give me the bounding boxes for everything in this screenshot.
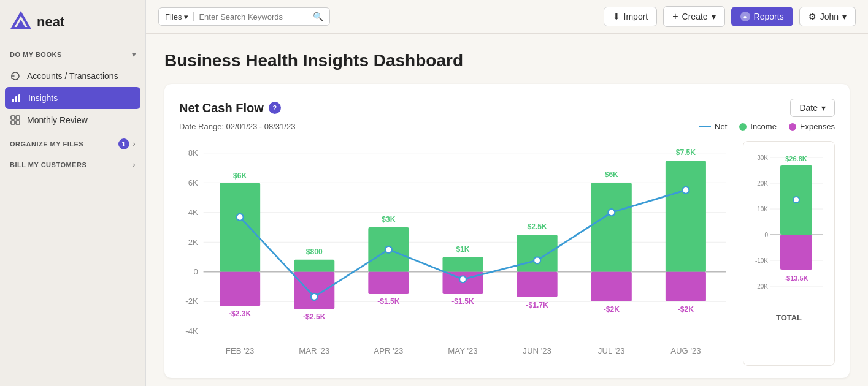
import-button[interactable]: ⬇ Import	[604, 7, 658, 26]
total-chart-svg: 30K 20K 10K 0 -10K -20K	[750, 149, 829, 308]
svg-rect-4	[18, 94, 20, 102]
svg-text:0: 0	[194, 267, 198, 276]
do-my-books-section[interactable]: DO MY BOOKS ▾	[0, 44, 145, 65]
refresh-icon	[10, 70, 21, 81]
svg-text:30K: 30K	[757, 154, 768, 161]
import-icon: ⬇	[613, 12, 620, 21]
bar-apr-expense	[368, 272, 409, 294]
reports-button[interactable]: ● Reports	[731, 7, 793, 26]
bar-aug-income	[666, 161, 706, 272]
organize-files-section[interactable]: ORGANIZE MY FILES 1 ›	[0, 131, 145, 153]
page-title: Business Health Insights Dashboard	[164, 51, 850, 70]
chart-header: Net Cash Flow ? Date ▾	[179, 99, 835, 117]
main-content: Files ▾ 🔍 ⬇ Import + Create ▾ ● Reports …	[146, 0, 868, 386]
search-input[interactable]	[199, 12, 308, 21]
legend: Net Income Expenses	[699, 122, 835, 131]
svg-text:FEB '23: FEB '23	[226, 346, 255, 355]
svg-text:-10K: -10K	[755, 257, 768, 264]
svg-rect-2	[12, 99, 14, 102]
bar-jun-expense	[517, 272, 558, 297]
logo-area: neat	[0, 0, 145, 44]
bar-jul-income	[591, 183, 632, 271]
expenses-legend-label: Expenses	[800, 122, 835, 131]
bar-aug-expense	[666, 272, 706, 301]
svg-text:4K: 4K	[188, 208, 198, 217]
search-type-dropdown[interactable]: Files ▾	[165, 12, 194, 21]
bar-feb-expense	[220, 272, 260, 306]
svg-text:JUN '23: JUN '23	[523, 346, 551, 355]
user-label: John	[820, 12, 839, 21]
svg-text:6K: 6K	[188, 178, 198, 187]
svg-rect-5	[11, 116, 15, 119]
date-chevron: ▾	[821, 103, 826, 113]
chart-body: 8K 6K 4K 2K 0 -2K -4K	[179, 141, 835, 366]
svg-text:-$1.7K: -$1.7K	[526, 301, 548, 309]
svg-text:$26.8K: $26.8K	[785, 155, 807, 162]
chart-main: 8K 6K 4K 2K 0 -2K -4K	[179, 141, 733, 366]
svg-text:-$2.3K: -$2.3K	[229, 309, 252, 318]
sidebar-item-insights[interactable]: Insights	[5, 87, 140, 109]
topbar: Files ▾ 🔍 ⬇ Import + Create ▾ ● Reports …	[146, 0, 868, 34]
chart-meta: Date Range: 02/01/23 - 08/31/23 Net Inco…	[179, 122, 835, 131]
net-dot-mar	[311, 293, 318, 300]
svg-text:$1K: $1K	[456, 245, 469, 254]
bill-label: BILL MY CUSTOMERS	[10, 161, 86, 168]
accounts-transactions-label: Accounts / Transactions	[27, 71, 118, 81]
svg-rect-8	[16, 121, 20, 124]
date-btn-label: Date	[799, 103, 818, 113]
svg-text:-$13.5K: -$13.5K	[784, 274, 808, 282]
organize-badge: 1	[118, 138, 129, 149]
svg-text:$800: $800	[306, 248, 323, 256]
organize-chevron: ›	[133, 140, 136, 148]
net-dot-feb	[237, 214, 244, 221]
total-panel: 30K 20K 10K 0 -10K -20K	[743, 141, 835, 366]
create-label: Create	[682, 12, 708, 21]
settings-icon: ⚙	[808, 12, 816, 21]
total-expense-bar	[780, 235, 812, 270]
svg-text:$3K: $3K	[382, 215, 395, 224]
search-dropdown-chevron: ▾	[184, 12, 188, 21]
bar-mar-income	[294, 260, 334, 272]
neat-logo	[10, 11, 32, 33]
help-icon[interactable]: ?	[269, 102, 281, 114]
svg-rect-7	[11, 121, 15, 124]
bill-chevron: ›	[133, 161, 136, 169]
do-my-books-chevron: ▾	[132, 50, 136, 59]
search-container: Files ▾ 🔍	[158, 7, 330, 26]
total-net-dot	[793, 197, 799, 203]
create-button[interactable]: + Create ▾	[663, 6, 724, 27]
chart-title-area: Net Cash Flow ?	[179, 101, 281, 115]
svg-rect-3	[15, 96, 17, 102]
monthly-review-label: Monthly Review	[27, 115, 88, 125]
net-dot-apr	[385, 246, 392, 253]
svg-text:-$1.5K: -$1.5K	[377, 297, 400, 306]
expenses-dot-icon	[789, 123, 796, 131]
svg-text:-2K: -2K	[185, 297, 198, 306]
svg-text:MAR '23: MAR '23	[299, 346, 329, 355]
svg-text:APR '23: APR '23	[374, 346, 403, 355]
chart-svg: 8K 6K 4K 2K 0 -2K -4K	[179, 141, 733, 363]
chart-icon	[11, 93, 22, 104]
net-dot-may	[459, 276, 466, 282]
legend-expenses: Expenses	[789, 122, 835, 131]
grid-icon	[10, 115, 21, 126]
svg-text:2K: 2K	[188, 238, 198, 247]
svg-rect-6	[16, 116, 20, 119]
total-label: TOTAL	[750, 313, 828, 322]
sidebar-item-monthly-review[interactable]: Monthly Review	[0, 109, 145, 131]
income-legend-label: Income	[750, 122, 777, 131]
net-line-icon	[699, 126, 711, 127]
plus-icon: +	[672, 11, 678, 22]
svg-text:-$1.5K: -$1.5K	[451, 297, 474, 306]
svg-text:-$2K: -$2K	[678, 305, 694, 314]
chart-title-text: Net Cash Flow	[179, 101, 264, 115]
user-menu-button[interactable]: ⚙ John ▾	[799, 7, 856, 26]
import-label: Import	[624, 12, 648, 21]
bar-feb-income	[220, 183, 260, 271]
search-type-label: Files	[165, 12, 182, 21]
bill-customers-section[interactable]: BILL MY CUSTOMERS ›	[0, 153, 145, 173]
sidebar-item-accounts-transactions[interactable]: Accounts / Transactions	[0, 65, 145, 87]
net-cash-flow-card: Net Cash Flow ? Date ▾ Date Range: 02/01…	[164, 84, 850, 378]
date-filter-button[interactable]: Date ▾	[790, 99, 835, 117]
logo-text: neat	[37, 14, 64, 30]
